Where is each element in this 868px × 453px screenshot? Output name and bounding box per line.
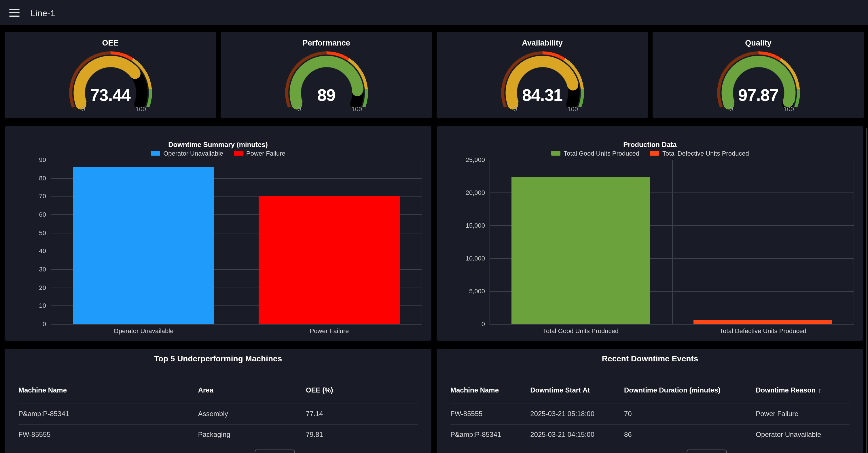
legend-label: Total Defective Units Produced	[662, 150, 749, 157]
y-tick-label: 40	[39, 247, 46, 254]
bar-total-defective-units-produced[interactable]	[694, 320, 832, 324]
legend-label: Operator Unavailable	[163, 150, 223, 157]
legend-item[interactable]: Total Defective Units Produced	[650, 150, 749, 157]
legend-swatch	[151, 151, 160, 156]
y-tick-label: 0	[482, 321, 485, 327]
gauge-title[interactable]: Availability	[437, 39, 648, 47]
dashboard: Line-1 OEE73.440100 Performance890100 Av…	[0, 0, 868, 453]
table-cell: 79.81	[306, 431, 417, 439]
bar-operator-unavailable[interactable]	[73, 167, 214, 324]
panel-downtime-summary-chart: Downtime Summary (minutes)Operator Unava…	[5, 126, 431, 341]
y-tick-label: 0	[42, 321, 46, 327]
table-cell: Packaging	[198, 431, 306, 439]
panel-underperforming-machines-table: Top 5 Underperforming MachinesMachine Na…	[5, 349, 431, 453]
chart-legend: Total Good Units ProducedTotal Defective…	[437, 150, 863, 157]
legend-swatch	[551, 151, 560, 156]
table-row: FW-855552025-03-21 05:18:0070Power Failu…	[451, 403, 849, 424]
gauge-title[interactable]: OEE	[5, 39, 216, 47]
vertical-gridline	[237, 160, 237, 324]
x-category-label: Operator Unavailable	[51, 327, 237, 334]
y-axis-line	[51, 160, 51, 324]
gauge: 73.440100	[69, 51, 152, 112]
panel-gauge-performance: Performance890100	[221, 32, 432, 118]
column-header-machine-name[interactable]: Machine Name	[451, 386, 530, 394]
panel-production-data-chart: Production DataTotal Good Units Produced…	[437, 126, 863, 341]
gauge-value: 84.31	[501, 86, 584, 105]
gauge-title[interactable]: Quality	[653, 39, 864, 47]
legend-item[interactable]: Operator Unavailable	[151, 150, 223, 157]
gauge-value: 89	[285, 86, 368, 105]
gauge-min-label: 0	[298, 105, 301, 112]
legend-label: Total Good Units Produced	[564, 150, 639, 157]
x-category-label: Power Failure	[237, 327, 422, 334]
gauge: 97.870100	[717, 51, 800, 112]
table-cell: 77.14	[306, 410, 417, 418]
vertical-gridline	[672, 160, 673, 324]
table-cell: Operator Unavailable	[756, 431, 849, 439]
y-tick-label: 20,000	[466, 189, 485, 196]
table-header-row: Machine NameDowntime Start AtDowntime Du…	[451, 378, 849, 403]
table-cell: 2025-03-21 04:15:00	[530, 431, 624, 439]
y-tick-label: 10	[39, 302, 46, 309]
table-header-row: Machine NameAreaOEE (%)	[19, 378, 417, 403]
pagination-button[interactable]	[255, 450, 295, 453]
gauge-max-label: 100	[135, 105, 146, 112]
x-category-label: Total Defective Units Produced	[672, 327, 854, 334]
legend-item[interactable]: Power Failure	[234, 150, 285, 157]
column-header-downtime-start-at[interactable]: Downtime Start At	[530, 386, 624, 394]
chart-title[interactable]: Downtime Summary (minutes)	[5, 141, 431, 149]
gridline	[51, 324, 422, 325]
table-cell: 86	[624, 431, 756, 439]
table-title[interactable]: Recent Downtime Events	[437, 354, 863, 363]
gauge-value-end-cap	[130, 68, 141, 79]
table-cell: FW-85555	[19, 431, 198, 439]
x-category-label: Total Good Units Produced	[490, 327, 672, 334]
legend-item[interactable]: Total Good Units Produced	[551, 150, 639, 157]
column-header-oee-[interactable]: OEE (%)	[306, 386, 417, 394]
y-tick-label: 60	[39, 211, 46, 218]
table-title[interactable]: Top 5 Underperforming Machines	[5, 354, 431, 363]
panel-gauge-oee: OEE73.440100	[5, 32, 216, 118]
gauge-max-label: 100	[351, 105, 362, 112]
y-tick-label: 15,000	[466, 222, 485, 229]
bar-total-good-units-produced[interactable]	[512, 177, 650, 324]
gauge: 84.310100	[501, 51, 584, 112]
table-row: FW-85555Packaging79.81	[19, 424, 417, 445]
y-axis-line	[490, 160, 490, 324]
column-header-downtime-duration-minutes-[interactable]: Downtime Duration (minutes)	[624, 386, 756, 394]
plot-area: 0102030405060708090Operator UnavailableP…	[51, 160, 422, 324]
plot-area: 05,00010,00015,00020,00025,000Total Good…	[490, 160, 854, 324]
y-tick-label: 80	[39, 174, 46, 181]
pagination-button[interactable]	[687, 450, 727, 453]
y-tick-label: 70	[39, 193, 46, 200]
gauge: 890100	[285, 51, 368, 112]
table: Machine NameAreaOEE (%)P&amp;P-85341Asse…	[19, 378, 417, 445]
y-tick-label: 50	[39, 229, 46, 236]
y-tick-label: 30	[39, 266, 46, 273]
table-cell: Power Failure	[756, 410, 849, 418]
gauge-title[interactable]: Performance	[221, 39, 432, 47]
bar-power-failure[interactable]	[259, 196, 400, 324]
scrollbar-thumb[interactable]	[866, 128, 867, 453]
chart-title[interactable]: Production Data	[437, 141, 863, 149]
column-header-downtime-reason[interactable]: Downtime Reason↑	[756, 386, 849, 394]
vertical-gridline	[854, 160, 854, 324]
gauge-min-label: 0	[730, 105, 733, 112]
gridline	[490, 324, 854, 325]
vertical-gridline	[422, 160, 422, 324]
table-cell: P&amp;P-85341	[19, 410, 198, 418]
y-tick-label: 25,000	[466, 156, 485, 163]
table: Machine NameDowntime Start AtDowntime Du…	[451, 378, 849, 445]
gauge-min-label: 0	[514, 105, 517, 112]
table-cell: P&amp;P-85341	[451, 431, 530, 439]
menu-icon[interactable]	[9, 9, 20, 17]
column-header-machine-name[interactable]: Machine Name	[19, 386, 198, 394]
gauge-max-label: 100	[783, 105, 794, 112]
y-tick-label: 10,000	[466, 255, 485, 262]
dashboard-title: Line-1	[31, 8, 55, 18]
table-bottom-separator	[437, 444, 863, 444]
panel-recent-downtime-events-table: Recent Downtime EventsMachine NameDownti…	[437, 349, 863, 453]
table-cell: FW-85555	[451, 410, 530, 418]
top-bar: Line-1	[0, 0, 868, 25]
column-header-area[interactable]: Area	[198, 386, 306, 394]
